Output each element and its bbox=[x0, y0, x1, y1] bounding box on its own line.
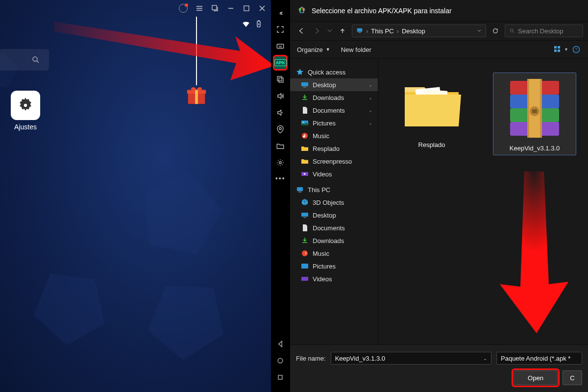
back-button[interactable] bbox=[276, 340, 284, 348]
search-launcher[interactable] bbox=[0, 49, 49, 71]
svg-point-37 bbox=[303, 122, 304, 123]
video-icon bbox=[301, 275, 309, 283]
tree-music2[interactable]: Music bbox=[290, 247, 378, 260]
settings-app[interactable]: Ajustes bbox=[11, 91, 40, 131]
volume-down-button[interactable] bbox=[273, 105, 288, 121]
breadcrumb[interactable]: › This PC › Desktop bbox=[352, 24, 486, 37]
profile-icon[interactable] bbox=[179, 4, 188, 13]
emulator-settings-button[interactable] bbox=[273, 155, 288, 171]
help-button[interactable]: ? bbox=[571, 45, 581, 54]
emulator-side-toolbar: ‹‹‹ APK ••• bbox=[271, 0, 290, 392]
file-list[interactable]: Resplado KeepVid_v3.1.3.0 bbox=[378, 59, 588, 344]
svg-point-44 bbox=[302, 250, 308, 256]
tree-folder[interactable]: Resplado bbox=[290, 142, 378, 155]
svg-rect-31 bbox=[558, 49, 560, 52]
maximize-icon[interactable] bbox=[243, 4, 250, 12]
svg-point-10 bbox=[24, 104, 27, 107]
svg-rect-28 bbox=[554, 46, 557, 49]
pin-icon bbox=[368, 108, 373, 113]
tree-downloads2[interactable]: Downloads bbox=[290, 234, 378, 247]
tree-videos[interactable]: Videos bbox=[290, 168, 378, 180]
file-name: Resplado bbox=[418, 141, 445, 148]
rar-thumb bbox=[503, 76, 566, 140]
nav-forward-button[interactable] bbox=[311, 24, 323, 37]
svg-rect-14 bbox=[277, 44, 284, 48]
tree-pictures[interactable]: Pictures bbox=[290, 117, 378, 129]
tree-quick-access[interactable]: Quick access bbox=[290, 66, 378, 78]
new-folder-button[interactable]: New folder bbox=[341, 46, 371, 53]
cancel-button[interactable]: C bbox=[563, 370, 582, 385]
pc-icon bbox=[296, 186, 304, 194]
tree-this-pc[interactable]: This PC bbox=[290, 183, 378, 196]
file-folder[interactable]: Resplado bbox=[390, 73, 473, 148]
tree-folder[interactable]: Screenpresso bbox=[290, 155, 378, 168]
home-button[interactable] bbox=[276, 357, 284, 365]
install-apk-button[interactable]: APK bbox=[273, 55, 288, 71]
tree-desktop2[interactable]: Desktop bbox=[290, 209, 378, 221]
dialog-footer: File name: KeepVid_v3.1.3.0⌄ Paquete And… bbox=[290, 344, 588, 392]
nav-history-dropdown[interactable] bbox=[326, 24, 333, 37]
svg-rect-43 bbox=[303, 217, 306, 218]
android-statusbar bbox=[242, 20, 263, 28]
tree-3d-objects[interactable]: 3D Objects bbox=[290, 196, 378, 209]
recents-button[interactable] bbox=[276, 373, 284, 381]
tree-desktop[interactable]: Desktop bbox=[290, 78, 378, 91]
search-input[interactable]: Search Desktop bbox=[505, 24, 583, 37]
multi-instance-button[interactable] bbox=[273, 72, 288, 87]
desktop-icon bbox=[301, 211, 309, 219]
breadcrumb-dropdown[interactable] bbox=[477, 28, 482, 33]
breadcrumb-item[interactable]: This PC bbox=[371, 27, 393, 35]
svg-rect-7 bbox=[258, 21, 259, 22]
folder-thumb bbox=[400, 73, 464, 136]
refresh-button[interactable] bbox=[489, 24, 502, 37]
volume-up-button[interactable] bbox=[273, 88, 288, 104]
shared-folder-button[interactable] bbox=[273, 138, 288, 154]
collapse-panel-button[interactable]: ‹‹‹ bbox=[273, 5, 288, 21]
more-tools-button[interactable]: ••• bbox=[275, 174, 286, 182]
filetype-filter[interactable]: Paquete Android (*.apk * bbox=[496, 352, 582, 365]
minimize-icon[interactable] bbox=[227, 4, 235, 12]
svg-rect-26 bbox=[358, 32, 361, 32]
annotation-arrow bbox=[54, 17, 271, 80]
filename-input[interactable]: KeepVid_v3.1.3.0⌄ bbox=[331, 352, 491, 365]
breadcrumb-item[interactable]: Desktop bbox=[402, 27, 425, 35]
svg-rect-40 bbox=[297, 187, 303, 191]
svg-rect-41 bbox=[298, 192, 301, 193]
filename-label: File name: bbox=[296, 355, 326, 362]
picture-icon bbox=[301, 119, 309, 127]
emulator-titlebar bbox=[174, 0, 271, 17]
svg-rect-46 bbox=[301, 277, 308, 281]
star-icon bbox=[296, 68, 304, 76]
video-icon bbox=[301, 170, 309, 178]
battery-icon bbox=[254, 20, 263, 28]
view-options-button[interactable] bbox=[553, 45, 561, 54]
svg-marker-2 bbox=[137, 264, 243, 369]
tree-documents[interactable]: Documents bbox=[290, 104, 378, 117]
svg-rect-34 bbox=[301, 82, 308, 86]
tree-documents2[interactable]: Documents bbox=[290, 221, 378, 234]
tree-downloads[interactable]: Downloads bbox=[290, 91, 378, 104]
folder-tree: Quick access Desktop Downloads Documents… bbox=[290, 59, 378, 344]
tree-pictures2[interactable]: Pictures bbox=[290, 260, 378, 272]
gift-icon[interactable] bbox=[185, 83, 208, 108]
hamburger-icon[interactable] bbox=[196, 4, 203, 12]
keymap-button[interactable] bbox=[273, 38, 288, 54]
annotation-arrow bbox=[490, 172, 578, 333]
screenshot-icon[interactable] bbox=[211, 4, 219, 12]
dialog-navbar: › This PC › Desktop Search Desktop bbox=[290, 22, 588, 41]
svg-text:?: ? bbox=[575, 47, 577, 52]
close-icon[interactable] bbox=[258, 4, 266, 12]
nav-back-button[interactable] bbox=[295, 24, 308, 37]
tree-videos2[interactable]: Videos bbox=[290, 272, 378, 285]
file-name: KeepVid_v3.1.3.0 bbox=[510, 145, 560, 152]
open-button[interactable]: Open bbox=[514, 370, 558, 385]
organize-menu[interactable]: Organize▼ bbox=[297, 46, 330, 53]
svg-rect-13 bbox=[195, 90, 198, 104]
gps-button[interactable] bbox=[273, 122, 288, 137]
android-nav-buttons bbox=[276, 340, 284, 381]
fullscreen-button[interactable] bbox=[273, 22, 288, 37]
svg-rect-45 bbox=[301, 264, 308, 269]
file-archive[interactable]: KeepVid_v3.1.3.0 bbox=[493, 73, 576, 155]
tree-music[interactable]: Music bbox=[290, 129, 378, 142]
nav-up-button[interactable] bbox=[336, 24, 349, 37]
